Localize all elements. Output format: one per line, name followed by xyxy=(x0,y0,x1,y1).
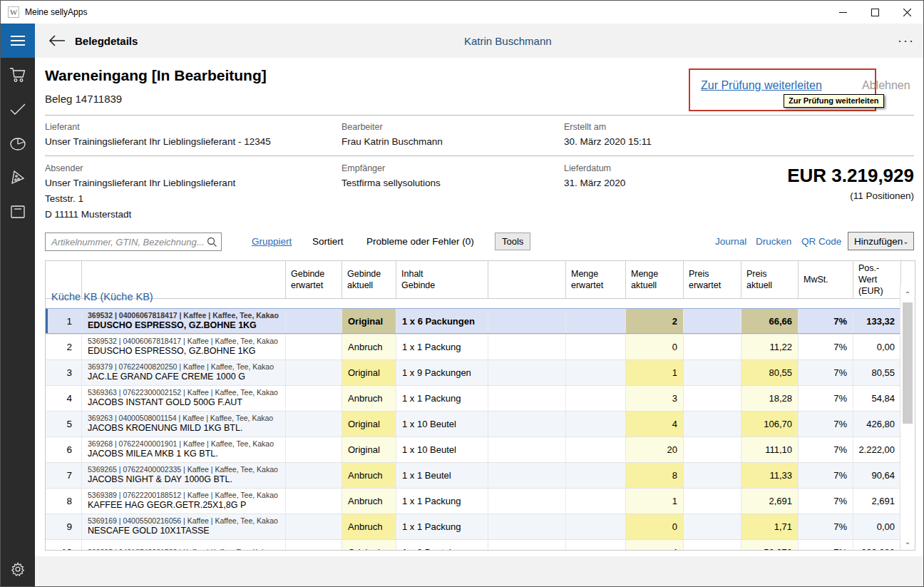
table-header-row: GebindeerwartetGebindeaktuellInhaltGebin… xyxy=(46,261,901,285)
gebinde-aktuell-cell[interactable]: Anbruch xyxy=(342,386,396,411)
scroll-up-icon[interactable]: ⌃ xyxy=(900,288,915,300)
table-row[interactable]: 1 369532 | 04006067818417 | Kaffee | Kaf… xyxy=(46,308,901,334)
table-row[interactable]: 9 5369169 | 04005500216056 | Kaffee | Ka… xyxy=(46,514,901,539)
gebinde-aktuell-cell[interactable]: Original xyxy=(342,437,396,462)
column-header[interactable]: Mengeaktuell xyxy=(626,261,684,299)
table-row[interactable]: 2 5369532 | 04006067818417 | Kaffee | Ka… xyxy=(46,334,901,359)
menge-aktuell-cell[interactable]: 3 xyxy=(626,386,684,411)
sidebar-item-tasks[interactable] xyxy=(1,92,35,126)
article-name: JACOBS INSTANT GOLD 500G F.AUT xyxy=(88,397,242,409)
sidebar-item-reports[interactable] xyxy=(1,126,35,160)
column-header[interactable]: Gebindeerwartet xyxy=(286,261,342,299)
tools-button[interactable]: Tools xyxy=(495,233,530,250)
gebinde-aktuell-cell[interactable]: Original xyxy=(342,360,396,385)
column-header[interactable] xyxy=(488,261,566,299)
search-icon[interactable] xyxy=(207,237,217,247)
menge-aktuell-cell[interactable]: 20 xyxy=(626,437,684,462)
inhalt-gebinde-cell: 1 x 8 Beutel xyxy=(396,540,488,551)
menge-erwartet-cell xyxy=(566,360,626,385)
minimize-button[interactable] xyxy=(827,1,859,24)
article-name: JACOBS MILEA MKB 1 KG BTL. xyxy=(88,449,218,460)
search-box[interactable] xyxy=(45,233,222,251)
preis-aktuell-cell[interactable]: 18,28 xyxy=(741,386,799,411)
sidebar-item-food[interactable] xyxy=(1,160,35,195)
column-header[interactable]: InhaltGebinde xyxy=(396,261,488,299)
preis-aktuell-cell[interactable]: 11,33 xyxy=(741,463,799,488)
mwst-cell: 7% xyxy=(799,335,853,359)
gebinde-erwartet-cell xyxy=(286,540,342,551)
menge-aktuell-cell[interactable]: 2 xyxy=(626,309,684,333)
hinzufuegen-dropdown[interactable]: Hinzufügen ⌄ xyxy=(848,232,914,250)
probleme-filter[interactable]: Probleme oder Fehler (0) xyxy=(366,236,474,247)
table-row[interactable]: 6 369268 | 07622400001901 | Kaffee | Kaf… xyxy=(46,437,901,462)
maximize-button[interactable] xyxy=(859,1,891,24)
table-row[interactable]: 7 5369265 | 07622400002335 | Kaffee | Ka… xyxy=(46,462,901,488)
gebinde-aktuell-cell[interactable]: Anbruch xyxy=(342,335,396,359)
menge-aktuell-cell[interactable]: 0 xyxy=(626,335,684,359)
gebinde-aktuell-cell[interactable]: Original xyxy=(342,309,396,333)
document-type-title: Wareneingang [In Bearbeitung] xyxy=(45,67,267,84)
mwst-cell: 7% xyxy=(799,540,853,551)
table-row[interactable]: 5 369263 | 04000508001154 | Kaffee | Kaf… xyxy=(46,411,901,437)
gebinde-aktuell-cell[interactable]: Original xyxy=(342,412,396,437)
gruppiert-toggle[interactable]: Gruppiert xyxy=(252,236,292,247)
journal-link[interactable]: Journal xyxy=(715,236,746,247)
column-header[interactable]: Pos.-Wert(EUR) xyxy=(853,261,901,299)
preis-aktuell-cell[interactable]: 106,70 xyxy=(741,412,799,437)
hamburger-menu-button[interactable] xyxy=(1,24,35,58)
drucken-link[interactable]: Drucken xyxy=(756,236,791,247)
more-options-button[interactable]: ··· xyxy=(898,24,915,58)
table-row[interactable]: 3 369379 | 07622400820250 | Kaffee | Kaf… xyxy=(46,359,901,385)
preis-aktuell-cell[interactable]: 11,22 xyxy=(741,335,799,359)
preis-aktuell-cell[interactable]: 80,55 xyxy=(741,360,799,385)
preis-aktuell-cell[interactable]: 111,10 xyxy=(741,437,799,462)
tooltip: Zur Prüfung weiterleiten xyxy=(784,94,884,108)
menge-erwartet-cell xyxy=(566,514,626,539)
close-button[interactable] xyxy=(891,1,923,24)
gebinde-aktuell-cell[interactable]: Anbruch xyxy=(342,514,396,539)
preis-aktuell-cell[interactable]: 2,691 xyxy=(741,489,799,514)
qr-code-link[interactable]: QR Code xyxy=(801,236,841,247)
gebinde-aktuell-cell[interactable]: Original xyxy=(342,540,396,551)
current-user-label[interactable]: Katrin Buschmann xyxy=(464,24,552,58)
scrollbar-thumb[interactable] xyxy=(903,302,913,424)
table-row[interactable]: 4 5369363 | 07622300002152 | Kaffee | Ka… xyxy=(46,385,901,411)
column-header[interactable]: Preisaktuell xyxy=(741,261,799,299)
menge-aktuell-cell[interactable]: 1 xyxy=(626,360,684,385)
preis-aktuell-cell[interactable]: 1,71 xyxy=(741,514,799,539)
bearbeiter-value: Frau Katrin Buschmann xyxy=(342,136,443,147)
pizza-slice-icon xyxy=(9,169,26,186)
menge-aktuell-cell[interactable]: 1 xyxy=(626,489,684,514)
preis-aktuell-cell[interactable]: 52,272 xyxy=(741,540,799,551)
gebinde-erwartet-cell xyxy=(286,514,342,539)
column-header[interactable]: Mengeerwartet xyxy=(566,261,626,299)
forward-for-review-link[interactable]: Zur Prüfung weiterleiten xyxy=(701,79,822,92)
menge-aktuell-cell[interactable]: 0 xyxy=(626,514,684,539)
sidebar-item-orders[interactable] xyxy=(1,58,35,92)
column-header[interactable]: MwSt. xyxy=(799,261,853,299)
article-cell: 369268 | 07622400001901 | Kaffee | Kaffe… xyxy=(82,437,286,462)
sidebar-item-settings[interactable] xyxy=(1,552,35,586)
row-number-cell: 1 xyxy=(46,309,82,333)
pos-wert-cell: 90,64 xyxy=(853,463,901,488)
preis-aktuell-cell[interactable]: 66,66 xyxy=(741,309,799,333)
article-name: NESCAFE GOLD 10X1TASSE xyxy=(88,526,210,537)
vertical-scrollbar[interactable]: ⌃ ⌄ xyxy=(900,285,915,550)
shopping-cart-icon xyxy=(9,67,26,83)
menge-aktuell-cell[interactable]: 4 xyxy=(626,540,684,551)
sidebar-item-journal[interactable] xyxy=(1,195,35,229)
gebinde-aktuell-cell[interactable]: Anbruch xyxy=(342,489,396,514)
column-header[interactable]: Gebindeaktuell xyxy=(342,261,396,299)
table-row[interactable]: 10 369295 | 04013743001582 | Kaffee | Ka… xyxy=(46,539,901,551)
back-button[interactable] xyxy=(45,24,69,58)
sortiert-toggle[interactable]: Sortiert xyxy=(312,236,344,247)
menge-aktuell-cell[interactable]: 4 xyxy=(626,412,684,437)
menge-aktuell-cell[interactable]: 8 xyxy=(626,463,684,488)
gebinde-aktuell-cell[interactable]: Anbruch xyxy=(342,463,396,488)
scroll-down-icon[interactable]: ⌄ xyxy=(900,536,915,547)
search-input[interactable] xyxy=(46,237,207,247)
table-row[interactable]: 8 5369389 | 07622200188512 | Kaffee | Ka… xyxy=(46,488,901,514)
divider xyxy=(45,115,914,116)
row-number-cell: 5 xyxy=(46,412,82,437)
column-header[interactable]: Preiserwartet xyxy=(684,261,741,299)
